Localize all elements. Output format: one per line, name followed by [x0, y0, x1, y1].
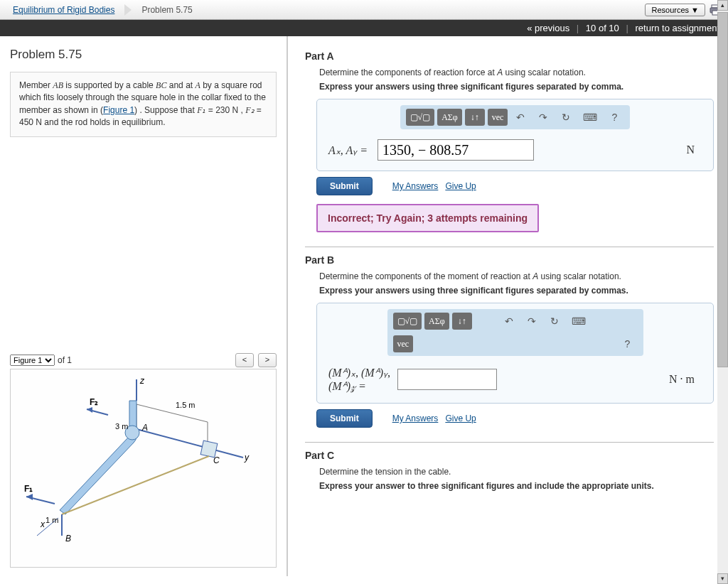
scrollbar[interactable]: ▴ ▾: [717, 36, 728, 576]
part-c-heading: Part C: [305, 450, 714, 461]
svg-text:C: C: [213, 455, 220, 465]
main-area: Problem 5.75 Member AB is supported by a…: [0, 36, 728, 576]
figure-of-label: of 1: [58, 355, 72, 365]
undo-icon[interactable]: ↶: [510, 109, 530, 126]
part-a-instruction: Express your answers using three signifi…: [319, 82, 714, 92]
part-a-submit-button[interactable]: Submit: [316, 177, 373, 195]
svg-marker-20: [26, 494, 33, 500]
greek-icon[interactable]: ΑΣφ: [424, 313, 449, 330]
svg-text:3 m: 3 m: [115, 422, 128, 431]
part-a-give-up-link[interactable]: Give Up: [445, 181, 476, 191]
subscript-icon[interactable]: ↓↑: [452, 313, 472, 330]
part-b-submit-button[interactable]: Submit: [316, 409, 373, 428]
svg-text:x: x: [40, 519, 46, 529]
figure-prev-button[interactable]: <: [235, 353, 254, 367]
figure-select[interactable]: Figure 1: [10, 355, 55, 366]
scroll-down-icon[interactable]: ▾: [717, 573, 728, 576]
part-b-instruction: Express your answers using three signifi…: [319, 286, 714, 296]
part-a-description: Determine the components of reaction for…: [319, 67, 714, 77]
keyboard-icon[interactable]: ⌨: [567, 313, 590, 330]
svg-text:y: y: [244, 453, 250, 463]
left-column: Problem 5.75 Member AB is supported by a…: [0, 36, 288, 576]
svg-text:1.5 m: 1.5 m: [176, 401, 196, 409]
part-a-my-answers-link[interactable]: My Answers: [392, 181, 439, 191]
part-b-toolbar: ▢√▢ ΑΣφ ↓↑ ↶ ↷ ↻ ⌨ vec ?: [387, 309, 643, 356]
nav-bar: « previous | 10 of 10 | return to assign…: [0, 20, 728, 36]
template-icon[interactable]: ▢√▢: [406, 109, 435, 126]
part-b-give-up-link[interactable]: Give Up: [445, 413, 476, 423]
right-column: Part A Determine the components of react…: [288, 36, 728, 576]
figure-header: Figure 1 of 1 < >: [10, 353, 277, 367]
part-c-description: Determine the tension in the cable.: [319, 467, 714, 477]
part-b-my-answers-link[interactable]: My Answers: [392, 413, 439, 423]
part-b-answer-panel: ▢√▢ ΑΣφ ↓↑ ↶ ↷ ↻ ⌨ vec ? (Mᴬ)ₓ, (Mᴬ)ᵧ, (…: [316, 303, 714, 404]
svg-line-8: [136, 404, 208, 422]
redo-icon[interactable]: ↷: [533, 109, 553, 126]
part-a-toolbar: ▢√▢ ΑΣφ ↓↑ vec ↶ ↷ ↻ ⌨ ?: [400, 105, 631, 129]
part-a-answer-input[interactable]: [378, 139, 534, 161]
part-a-unit: N: [686, 144, 702, 156]
part-a-answer-label: Aₓ, Aᵧ =: [328, 144, 370, 157]
part-b-description: Determine the components of the moment o…: [319, 271, 714, 281]
nav-counter: 10 of 10: [586, 23, 619, 33]
help-icon[interactable]: ?: [618, 335, 638, 352]
template-icon[interactable]: ▢√▢: [393, 313, 422, 330]
top-bar: Equilibrium of Rigid Bodies Problem 5.75…: [0, 0, 728, 20]
help-icon[interactable]: ?: [604, 109, 624, 126]
breadcrumb-root[interactable]: Equilibrium of Rigid Bodies: [6, 2, 122, 18]
part-b-answer-label: (Mᴬ)ₓ, (Mᴬ)ᵧ, (Mᴬ)𝓏 =: [328, 366, 390, 393]
keyboard-icon[interactable]: ⌨: [579, 109, 601, 126]
figure-link[interactable]: Figure 1: [103, 105, 134, 115]
svg-text:F₂: F₂: [90, 397, 98, 407]
problem-title: Problem 5.75: [10, 48, 277, 62]
part-a-feedback: Incorrect; Try Again; 3 attempts remaini…: [316, 204, 539, 232]
undo-icon[interactable]: ↶: [499, 313, 519, 330]
part-b-unit: N · m: [669, 373, 702, 386]
svg-text:B: B: [65, 534, 71, 544]
resources-button[interactable]: Resources ▼: [645, 4, 705, 16]
svg-text:1 m: 1 m: [46, 516, 58, 524]
svg-text:A: A: [141, 423, 148, 433]
svg-text:z: z: [139, 376, 145, 386]
figure-section: Figure 1 of 1 < > z y 1.5 m C: [10, 353, 277, 568]
part-a-heading: Part A: [305, 50, 714, 62]
figure-next-button[interactable]: >: [258, 353, 277, 367]
greek-icon[interactable]: ΑΣφ: [437, 109, 462, 126]
breadcrumb-separator-icon: [124, 4, 132, 16]
vector-icon[interactable]: vec: [393, 335, 414, 352]
svg-line-5: [136, 429, 243, 458]
reset-icon[interactable]: ↻: [556, 109, 576, 126]
scroll-thumb[interactable]: [717, 36, 728, 367]
prev-link[interactable]: « previous: [527, 23, 569, 33]
return-link[interactable]: return to assignment: [635, 23, 719, 33]
part-c-instruction: Express your answer to three significant…: [319, 481, 714, 491]
figure-image: z y 1.5 m C A 3 m F₂: [10, 369, 277, 568]
reset-icon[interactable]: ↻: [545, 313, 564, 330]
svg-text:F₁: F₁: [24, 484, 33, 494]
subscript-icon[interactable]: ↓↑: [465, 109, 485, 126]
breadcrumb-current: Problem 5.75: [134, 2, 199, 18]
part-b-answer-input[interactable]: [397, 369, 497, 390]
problem-statement: Member AB is supported by a cable BC and…: [10, 72, 277, 137]
part-b-heading: Part B: [305, 254, 714, 266]
vector-icon[interactable]: vec: [488, 109, 508, 126]
redo-icon[interactable]: ↷: [522, 313, 542, 330]
part-a-answer-panel: ▢√▢ ΑΣφ ↓↑ vec ↶ ↷ ↻ ⌨ ? Aₓ, Aᵧ = N: [316, 99, 714, 171]
